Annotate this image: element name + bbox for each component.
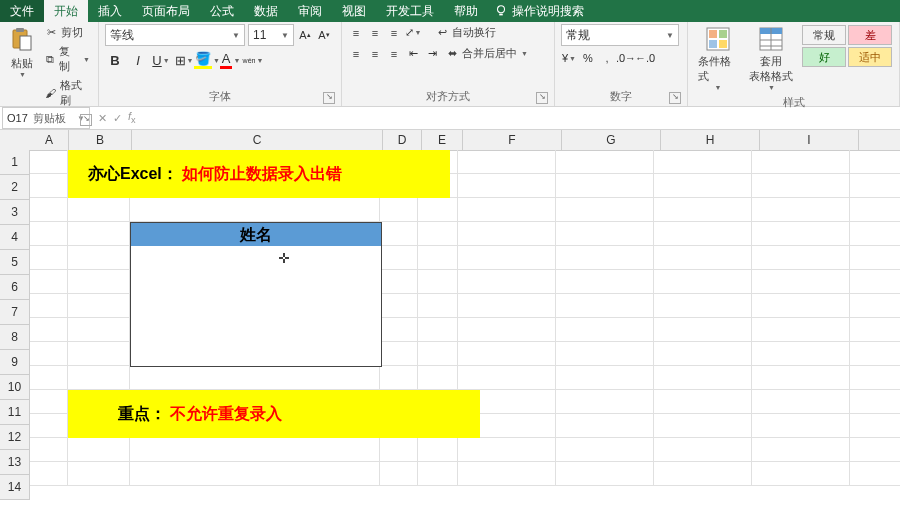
cell[interactable]	[380, 342, 418, 366]
row-header-11[interactable]: 11	[0, 400, 30, 425]
tab-data[interactable]: 数据	[244, 0, 288, 22]
col-header-F[interactable]: F	[463, 130, 562, 151]
row-header-13[interactable]: 13	[0, 450, 30, 475]
row-header-6[interactable]: 6	[0, 275, 30, 300]
align-left-button[interactable]: ≡	[348, 46, 364, 62]
row-header-7[interactable]: 7	[0, 300, 30, 325]
cell[interactable]	[850, 366, 900, 390]
cell[interactable]	[458, 366, 556, 390]
tab-file[interactable]: 文件	[0, 0, 44, 22]
cell[interactable]	[654, 246, 752, 270]
cell[interactable]	[654, 366, 752, 390]
tab-insert[interactable]: 插入	[88, 0, 132, 22]
comma-button[interactable]: ,	[599, 50, 615, 66]
cell[interactable]	[556, 366, 654, 390]
cell[interactable]	[850, 342, 900, 366]
cell[interactable]	[68, 462, 130, 486]
decrease-decimal-button[interactable]: ←.0	[637, 50, 653, 66]
cell[interactable]	[556, 294, 654, 318]
cell[interactable]	[654, 222, 752, 246]
cell[interactable]	[556, 246, 654, 270]
increase-decimal-button[interactable]: .0→	[618, 50, 634, 66]
table-row[interactable]	[130, 342, 382, 367]
cell[interactable]	[556, 414, 654, 438]
cell-style-neutral[interactable]: 适中	[848, 47, 892, 67]
cell[interactable]	[458, 222, 556, 246]
cell[interactable]	[458, 150, 556, 174]
cell[interactable]	[556, 342, 654, 366]
row-header-1[interactable]: 1	[0, 150, 30, 175]
row-header-2[interactable]: 2	[0, 175, 30, 200]
cell[interactable]	[654, 174, 752, 198]
tab-review[interactable]: 审阅	[288, 0, 332, 22]
cell[interactable]	[458, 462, 556, 486]
paste-button[interactable]: 粘贴 ▼	[6, 24, 38, 80]
format-painter-button[interactable]: 🖌格式刷	[42, 77, 92, 109]
cell[interactable]	[418, 462, 458, 486]
cell[interactable]	[556, 198, 654, 222]
tab-developer[interactable]: 开发工具	[376, 0, 444, 22]
cell[interactable]	[752, 270, 850, 294]
row-header-12[interactable]: 12	[0, 425, 30, 450]
cell[interactable]	[380, 366, 418, 390]
table-header-name[interactable]: 姓名	[130, 222, 382, 248]
cell[interactable]	[418, 318, 458, 342]
phonetic-button[interactable]: wén▼	[243, 50, 263, 70]
cell[interactable]	[30, 150, 68, 174]
cell[interactable]	[458, 270, 556, 294]
cell[interactable]	[654, 294, 752, 318]
font-color-button[interactable]: A▼	[220, 50, 240, 70]
number-launcher[interactable]: ↘	[669, 92, 681, 104]
cell[interactable]	[30, 342, 68, 366]
table-row[interactable]	[130, 294, 382, 319]
cell[interactable]	[130, 366, 380, 390]
cell[interactable]	[752, 366, 850, 390]
tab-help[interactable]: 帮助	[444, 0, 488, 22]
cell-style-bad[interactable]: 差	[848, 25, 892, 45]
cell[interactable]	[752, 414, 850, 438]
align-middle-button[interactable]: ≡	[367, 25, 383, 41]
tell-me-search[interactable]: 操作说明搜索	[488, 0, 584, 22]
cell[interactable]	[850, 174, 900, 198]
cell[interactable]	[30, 414, 68, 438]
table-row[interactable]	[130, 246, 382, 271]
increase-indent-button[interactable]: ⇥	[424, 46, 440, 62]
cell[interactable]	[654, 270, 752, 294]
wrap-text-button[interactable]: ↩自动换行	[433, 24, 498, 41]
cell[interactable]	[30, 246, 68, 270]
italic-button[interactable]: I	[128, 50, 148, 70]
align-top-button[interactable]: ≡	[348, 25, 364, 41]
cell[interactable]	[130, 462, 380, 486]
cell[interactable]	[850, 318, 900, 342]
cell[interactable]	[68, 246, 130, 270]
format-as-table-button[interactable]: 套用 表格格式▼	[745, 24, 797, 93]
cell[interactable]	[556, 270, 654, 294]
cell[interactable]	[380, 270, 418, 294]
increase-font-button[interactable]: A▴	[297, 27, 313, 43]
cell[interactable]	[30, 462, 68, 486]
cell[interactable]	[556, 222, 654, 246]
tab-formulas[interactable]: 公式	[200, 0, 244, 22]
cell[interactable]	[418, 222, 458, 246]
cell[interactable]	[850, 438, 900, 462]
cell[interactable]	[418, 198, 458, 222]
cell[interactable]	[556, 462, 654, 486]
cell-style-normal[interactable]: 常规	[802, 25, 846, 45]
table-row[interactable]	[130, 270, 382, 295]
cell[interactable]	[418, 270, 458, 294]
font-size-combo[interactable]: 11▼	[248, 24, 294, 46]
fill-color-button[interactable]: 🪣▼	[197, 50, 217, 70]
cell[interactable]	[850, 294, 900, 318]
row-header-4[interactable]: 4	[0, 225, 30, 250]
cell[interactable]	[556, 150, 654, 174]
row-header-8[interactable]: 8	[0, 325, 30, 350]
cell[interactable]	[380, 438, 418, 462]
cell[interactable]	[850, 462, 900, 486]
number-format-combo[interactable]: 常规▼	[561, 24, 679, 46]
align-right-button[interactable]: ≡	[386, 46, 402, 62]
cell[interactable]	[556, 318, 654, 342]
cell[interactable]	[654, 390, 752, 414]
row-header-3[interactable]: 3	[0, 200, 30, 225]
cell[interactable]	[418, 246, 458, 270]
cell[interactable]	[68, 318, 130, 342]
